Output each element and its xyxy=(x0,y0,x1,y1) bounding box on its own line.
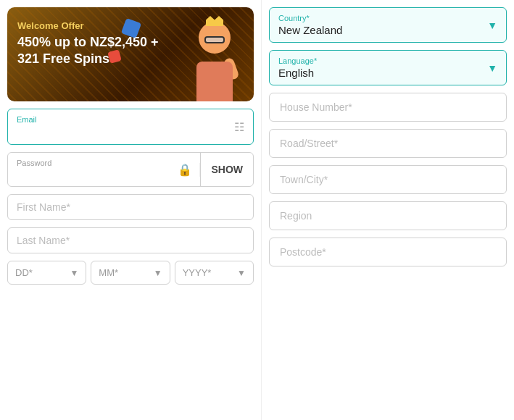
town-city-input[interactable] xyxy=(280,174,496,185)
left-panel: Welcome Offer 450% up to NZ$2,450 +321 F… xyxy=(0,0,261,420)
promo-offer: 450% up to NZ$2,450 +321 Free Spins xyxy=(17,34,159,68)
last-name-field-container xyxy=(7,227,254,253)
first-name-field-container xyxy=(7,194,254,220)
char-crown xyxy=(206,16,223,26)
show-password-button[interactable]: SHOW xyxy=(200,153,253,186)
country-value: New Zealand xyxy=(278,24,497,36)
house-number-field-container xyxy=(269,93,507,122)
email-label: Email xyxy=(17,115,244,124)
region-input[interactable] xyxy=(280,210,496,222)
house-number-input[interactable] xyxy=(280,101,496,113)
dob-row: DD* ▼ MM* ▼ YYYY* ▼ xyxy=(7,261,254,285)
postcode-field-container xyxy=(269,238,507,266)
dob-year-select[interactable]: YYYY* ▼ xyxy=(175,261,254,285)
country-label: Country* xyxy=(278,14,497,22)
road-street-field-container xyxy=(269,129,507,158)
dob-day-chevron-icon: ▼ xyxy=(70,268,78,278)
email-icon: ☷ xyxy=(234,120,244,134)
promo-banner: Welcome Offer 450% up to NZ$2,450 +321 F… xyxy=(7,7,254,101)
right-panel: Country* New Zealand ▼ Language* English… xyxy=(261,0,514,420)
dob-day-label: DD* xyxy=(15,267,33,278)
region-field-container xyxy=(269,201,507,230)
language-chevron-icon: ▼ xyxy=(487,62,497,74)
dob-month-label: MM* xyxy=(99,267,118,278)
country-select[interactable]: Country* New Zealand ▼ xyxy=(269,7,507,43)
char-head xyxy=(199,22,231,54)
language-select[interactable]: Language* English ▼ xyxy=(269,50,507,85)
dob-month-chevron-icon: ▼ xyxy=(154,268,162,278)
dob-year-chevron-icon: ▼ xyxy=(237,268,246,278)
password-label: Password xyxy=(17,159,162,167)
language-value: English xyxy=(278,67,497,79)
last-name-input[interactable] xyxy=(17,235,244,246)
char-body xyxy=(196,62,233,101)
email-input[interactable] xyxy=(17,126,244,138)
language-label: Language* xyxy=(278,56,497,65)
dob-month-select[interactable]: MM* ▼ xyxy=(91,261,170,285)
character-illustration xyxy=(186,18,244,101)
password-lock-icon: 🔒 xyxy=(170,163,200,177)
password-field-container: Password 🔒 SHOW xyxy=(7,152,254,187)
password-input[interactable] xyxy=(17,169,162,180)
dob-day-select[interactable]: DD* ▼ xyxy=(7,261,86,285)
email-field-container: Email ☷ xyxy=(7,109,254,145)
first-name-input[interactable] xyxy=(17,201,244,213)
country-chevron-icon: ▼ xyxy=(487,20,497,31)
password-input-wrap: Password xyxy=(8,153,170,186)
town-city-field-container xyxy=(269,165,507,194)
postcode-input[interactable] xyxy=(280,246,496,258)
road-street-input[interactable] xyxy=(280,138,496,149)
char-glasses xyxy=(204,36,225,43)
dob-year-label: YYYY* xyxy=(183,267,212,278)
